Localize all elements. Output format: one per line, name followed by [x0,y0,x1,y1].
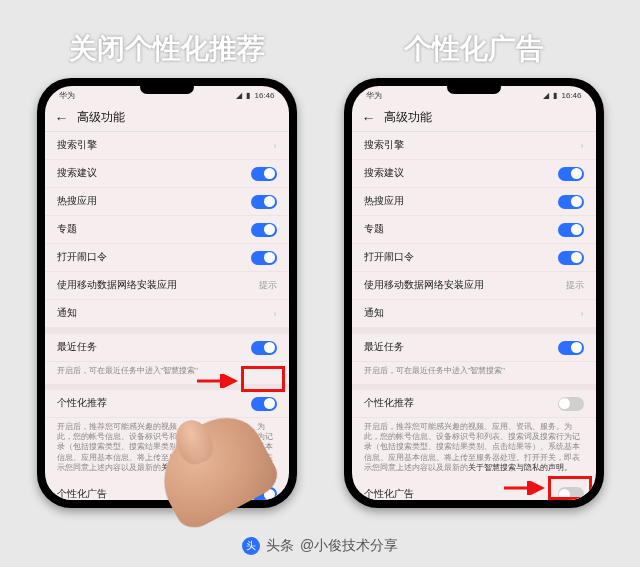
toggle-topics[interactable] [251,223,277,237]
signal-icon: ◢ [543,91,549,100]
row-open-cmd[interactable]: 打开闹口令 [45,244,289,272]
row-search-engine[interactable]: 搜索引擎› [352,132,596,160]
page-title: 高级功能 [384,109,432,126]
label: 打开闹口令 [364,251,414,264]
footer-prefix: 头条 [266,537,294,555]
label: 最近任务 [57,341,97,354]
back-icon[interactable]: ← [55,110,69,126]
toggle-hot-apps[interactable] [251,195,277,209]
row-topics[interactable]: 专题 [352,216,596,244]
row-mobile-data[interactable]: 使用移动数据网络安装应用提示 [352,272,596,300]
footer-attribution: 头 头条 @小俊技术分享 [0,537,640,555]
label: 专题 [364,223,384,236]
avatar-icon: 头 [242,537,260,555]
label: 打开闹口令 [57,251,107,264]
desc-recent-task: 开启后，可在最近任务中进入"智慧搜索" [352,362,596,384]
label: 个性化推荐 [364,397,414,410]
notch [447,80,501,94]
toggle-recent-task[interactable] [558,341,584,355]
label: 个性化广告 [57,488,107,500]
phone-left: 华为 ◢▮16:46 ← 高级功能 搜索引擎› 搜索建议 热搜应用 专题 打开闹… [37,78,297,508]
notch [140,80,194,94]
carrier-label: 华为 [59,90,75,101]
row-recent-task[interactable]: 最近任务 [352,334,596,362]
hint: 提示 [259,280,277,292]
clock: 16:46 [254,91,274,100]
screen-right: 华为 ◢▮16:46 ← 高级功能 搜索引擎› 搜索建议 热搜应用 专题 打开闹… [352,86,596,500]
toggle-personal-ad[interactable] [558,487,584,500]
screen-left: 华为 ◢▮16:46 ← 高级功能 搜索引擎› 搜索建议 热搜应用 专题 打开闹… [45,86,289,500]
row-notify[interactable]: 通知› [45,300,289,328]
desc-personal-rec: 开启后，推荐您可能感兴趣的视频、应用、资讯、服务。为此，您的帐号信息、设备标识号… [352,418,596,481]
caption-right: 个性化广告 [404,30,544,68]
page-title: 高级功能 [77,109,125,126]
desc-bold: 关于智慧搜索与隐私的声明。 [161,463,265,472]
label: 使用移动数据网络安装应用 [364,279,484,292]
toggle-recent-task[interactable] [251,341,277,355]
nav-bar: ← 高级功能 [352,104,596,132]
row-topics[interactable]: 专题 [45,216,289,244]
clock: 16:46 [561,91,581,100]
label: 搜索引擎 [57,139,97,152]
label: 热搜应用 [364,195,404,208]
label: 通知 [364,307,384,320]
toggle-personal-ad[interactable] [251,487,277,500]
desc-bold: 关于智慧搜索与隐私的声明。 [468,463,572,472]
nav-bar: ← 高级功能 [45,104,289,132]
row-search-engine[interactable]: 搜索引擎› [45,132,289,160]
back-icon[interactable]: ← [362,110,376,126]
row-hot-apps[interactable]: 热搜应用 [45,188,289,216]
label: 个性化广告 [364,488,414,500]
caption-left: 关闭个性化推荐 [69,30,265,68]
hint: 提示 [566,280,584,292]
desc-recent-task: 开启后，可在最近任务中进入"智慧搜索" [45,362,289,384]
toggle-search-suggest[interactable] [251,167,277,181]
chevron-right-icon: › [581,309,584,319]
row-personal-rec[interactable]: 个性化推荐 [45,390,289,418]
row-search-suggest[interactable]: 搜索建议 [352,160,596,188]
label: 搜索建议 [57,167,97,180]
toggle-open-cmd[interactable] [251,251,277,265]
row-personal-ad[interactable]: 个性化广告 [45,481,289,500]
toggle-personal-rec[interactable] [558,397,584,411]
chevron-right-icon: › [274,309,277,319]
chevron-right-icon: › [581,141,584,151]
footer-author: @小俊技术分享 [300,537,398,555]
row-personal-ad[interactable]: 个性化广告 [352,481,596,500]
toggle-topics[interactable] [558,223,584,237]
row-recent-task[interactable]: 最近任务 [45,334,289,362]
desc-personal-rec: 开启后，推荐您可能感兴趣的视频、应用、资讯、服务。为此，您的帐号信息、设备标识号… [45,418,289,481]
label: 通知 [57,307,77,320]
toggle-search-suggest[interactable] [558,167,584,181]
label: 使用移动数据网络安装应用 [57,279,177,292]
phone-right: 华为 ◢▮16:46 ← 高级功能 搜索引擎› 搜索建议 热搜应用 专题 打开闹… [344,78,604,508]
label: 专题 [57,223,77,236]
row-open-cmd[interactable]: 打开闹口令 [352,244,596,272]
label: 搜索引擎 [364,139,404,152]
toggle-hot-apps[interactable] [558,195,584,209]
battery-icon: ▮ [246,91,250,100]
toggle-personal-rec[interactable] [251,397,277,411]
row-mobile-data[interactable]: 使用移动数据网络安装应用提示 [45,272,289,300]
label: 最近任务 [364,341,404,354]
label: 个性化推荐 [57,397,107,410]
toggle-open-cmd[interactable] [558,251,584,265]
battery-icon: ▮ [553,91,557,100]
signal-icon: ◢ [236,91,242,100]
chevron-right-icon: › [274,141,277,151]
carrier-label: 华为 [366,90,382,101]
row-search-suggest[interactable]: 搜索建议 [45,160,289,188]
row-personal-rec[interactable]: 个性化推荐 [352,390,596,418]
row-notify[interactable]: 通知› [352,300,596,328]
label: 热搜应用 [57,195,97,208]
row-hot-apps[interactable]: 热搜应用 [352,188,596,216]
label: 搜索建议 [364,167,404,180]
